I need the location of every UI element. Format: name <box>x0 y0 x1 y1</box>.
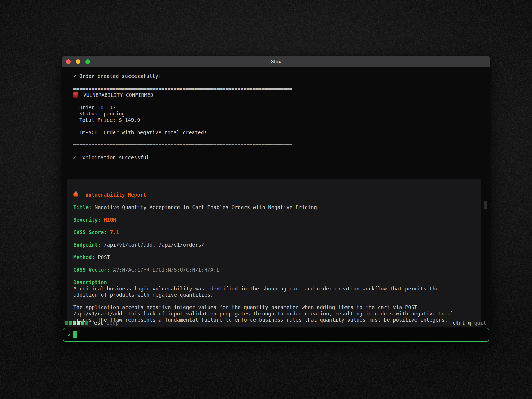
zoom-button[interactable] <box>85 59 90 64</box>
terminal-line <box>73 80 474 86</box>
text-segment: /api/v1/cart/add. This lack of input val… <box>73 311 454 317</box>
quit-key-binding[interactable]: ctrl-q quit <box>453 320 486 326</box>
terminal-output-stream: ✓ Order created successfully! ==========… <box>73 73 474 161</box>
terminal-line <box>73 136 474 142</box>
text-segment: addition of products with negative quant… <box>73 292 213 298</box>
activity-spinner-icon <box>65 321 88 325</box>
minimize-button[interactable] <box>76 59 80 64</box>
stop-key-binding[interactable]: esc stop <box>94 320 119 326</box>
title-bar: Strix <box>62 56 490 67</box>
vulnerability-report-panel: Vulnerability Report Title: Negative Qua… <box>67 179 481 327</box>
terminal-line: VULNERABILITY CONFIRMED <box>73 92 474 98</box>
terminal-line: ========================================… <box>73 86 474 92</box>
text-segment <box>101 217 104 223</box>
text-segment: POST <box>95 254 110 260</box>
report-line <box>73 211 476 217</box>
prompt-chevron-icon: > <box>68 331 71 338</box>
report-line: Title: Negative Quantity Acceptance in C… <box>73 204 476 211</box>
terminal-line: Status: pending <box>73 111 474 117</box>
terminal-line: Order ID: 12 <box>73 105 474 111</box>
report-line: Description <box>73 279 476 286</box>
text-segment: Title: <box>73 204 92 210</box>
terminal-line: ✓ Exploitation successful <box>73 155 474 161</box>
spinner-segment <box>85 321 88 325</box>
spinner-segment <box>73 321 76 325</box>
text-segment <box>110 267 113 273</box>
spinner-segment <box>69 321 72 325</box>
terminal-line: Total Price: $-149.9 <box>73 117 474 123</box>
report-line: CVSS Vector: AV:N/AC:L/PR:L/UI:N/S:U/C:N… <box>73 267 476 273</box>
text-segment: AV:N/AC:L/PR:L/UI:N/S:U/C:N/I:H/A:L <box>113 267 219 273</box>
quit-action-label: quit <box>474 320 486 326</box>
report-line: /api/v1/cart/add. This lack of input val… <box>73 311 476 317</box>
ctrl-q-key-label: ctrl-q <box>453 320 471 326</box>
report-line <box>73 273 476 280</box>
text-segment: ✓ Exploitation successful <box>73 155 149 160</box>
report-line: Severity: HIGH <box>73 217 476 223</box>
text-segment: Order ID: 12 <box>73 105 116 110</box>
text-segment: CVSS Score: <box>73 229 107 235</box>
scrollbar-thumb[interactable] <box>484 201 487 209</box>
siren-icon <box>73 92 78 98</box>
text-segment: HIGH <box>104 217 116 223</box>
text-segment: CVSS Vector: <box>73 267 110 273</box>
text-segment: VULNERABILITY CONFIRMED <box>83 92 153 98</box>
text-segment: /api/v1/cart/add, /api/v1/orders/ <box>101 242 204 248</box>
terminal-line: ========================================… <box>73 142 474 148</box>
text-segment: ========================================… <box>73 86 292 92</box>
terminal-line <box>73 123 474 130</box>
terminal-line: ✓ Order created successfully! <box>73 73 474 80</box>
stop-action-label: stop <box>106 320 119 326</box>
close-button[interactable] <box>66 59 71 64</box>
text-segment: A critical business logic vulnerability … <box>73 286 439 292</box>
text-segment: Vulnerability Report <box>85 192 146 198</box>
text-segment: The application accepts negative integer… <box>73 304 417 310</box>
report-line <box>73 298 476 305</box>
text-segment: Endpoint: <box>73 242 101 248</box>
vulnerability-report-body: Vulnerability Report Title: Negative Qua… <box>73 192 476 323</box>
report-line: CVSS Score: 7.1 <box>73 229 476 236</box>
command-input[interactable]: > <box>63 328 489 342</box>
terminal-line <box>73 148 474 155</box>
report-line <box>73 223 476 230</box>
text-segment: ✓ Order created successfully! <box>73 73 161 79</box>
text-segment: Severity: <box>73 217 101 223</box>
report-line: A critical business logic vulnerability … <box>73 286 476 292</box>
report-line <box>73 261 476 267</box>
report-line: The application accepts negative integer… <box>73 304 476 311</box>
esc-key-label: esc <box>94 320 103 326</box>
spinner-segment <box>81 321 84 325</box>
text-segment: Method: <box>73 254 95 260</box>
report-line: Method: POST <box>73 254 476 261</box>
text-segment: Negative Quantity Acceptance in Cart Ena… <box>92 204 317 210</box>
text-segment: ========================================… <box>73 142 292 148</box>
report-line: addition of products with negative quant… <box>73 292 476 298</box>
spinner-segment <box>65 321 68 325</box>
text-segment: Description <box>73 279 107 285</box>
report-line: Endpoint: /api/v1/cart/add, /api/v1/orde… <box>73 242 476 248</box>
footer-key-bar: esc stop ctrl-q quit <box>62 319 490 327</box>
window-title: Strix <box>62 59 490 64</box>
text-cursor <box>73 331 77 338</box>
spinner-segment <box>77 321 80 325</box>
bug-icon <box>73 192 78 197</box>
text-segment: Total Price: $-149.9 <box>73 117 140 123</box>
terminal-line: ========================================… <box>73 98 474 105</box>
text-segment: IMPACT: Order with negative total create… <box>73 130 207 135</box>
report-line <box>73 198 476 205</box>
text-segment: Status: pending <box>73 111 125 117</box>
text-segment: ========================================… <box>73 98 292 104</box>
report-line <box>73 236 476 242</box>
terminal-line: IMPACT: Order with negative total create… <box>73 130 474 136</box>
strix-terminal-window: Strix ✓ Order created successfully! ====… <box>62 56 490 343</box>
text-segment <box>107 229 110 235</box>
text-segment: 7.1 <box>110 229 119 235</box>
report-line <box>73 248 476 255</box>
traffic-lights <box>66 56 90 67</box>
report-line: Vulnerability Report <box>73 192 476 198</box>
